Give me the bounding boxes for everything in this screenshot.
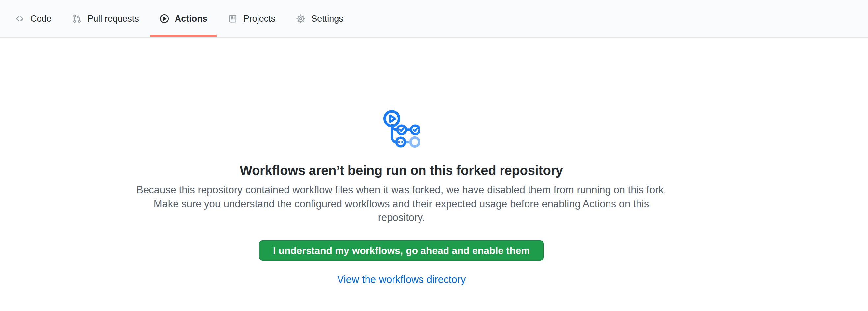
tab-settings-label: Settings: [311, 14, 343, 23]
tab-actions[interactable]: Actions: [150, 0, 217, 37]
tab-projects[interactable]: Projects: [219, 0, 285, 37]
tab-actions-label: Actions: [175, 14, 208, 23]
tab-pull-requests[interactable]: Pull requests: [63, 0, 148, 37]
play-icon: [159, 14, 169, 24]
workflows-disabled-blankslate: Workflows aren’t being run on this forke…: [118, 110, 685, 286]
tab-projects-label: Projects: [243, 14, 276, 23]
blankslate-description: Because this repository contained workfl…: [133, 183, 670, 225]
project-icon: [228, 14, 238, 24]
tab-settings[interactable]: Settings: [286, 0, 353, 37]
view-workflows-directory-link[interactable]: View the workflows directory: [118, 274, 685, 286]
page-title: Workflows aren’t being run on this forke…: [118, 163, 685, 178]
tab-code-label: Code: [30, 14, 52, 23]
enable-workflows-button[interactable]: I understand my workflows, go ahead and …: [259, 241, 544, 260]
git-pull-request-icon: [72, 14, 82, 24]
repo-tab-nav: Code Pull requests Actions: [0, 0, 868, 37]
tab-code[interactable]: Code: [6, 0, 61, 37]
gear-icon: [296, 14, 306, 24]
code-icon: [15, 14, 25, 24]
workflow-graph-icon: [383, 110, 420, 151]
actions-page: Code Pull requests Actions: [0, 0, 868, 311]
tab-pull-requests-label: Pull requests: [88, 14, 139, 23]
